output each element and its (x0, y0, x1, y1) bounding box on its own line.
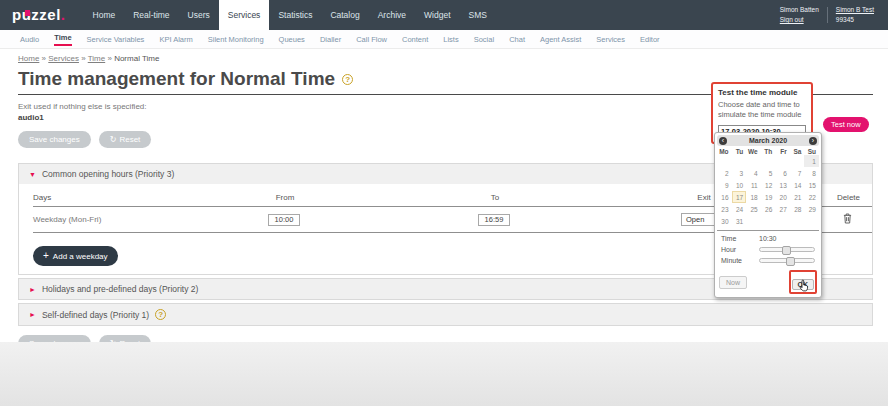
hour-slider[interactable] (759, 247, 815, 252)
datetime-picker-popup: ‹ March 2020 › Mo Tu We Th Fr Sa Su 1 2 … (714, 132, 822, 298)
footer-band (0, 342, 888, 406)
day-cell[interactable]: 18 (746, 191, 761, 203)
day-cell[interactable]: 2 (717, 167, 732, 179)
day-cell[interactable]: 5 (761, 167, 776, 179)
day-cell[interactable]: 14 (790, 179, 805, 191)
nav-item-catalog[interactable]: Catalog (321, 0, 368, 30)
day-cell[interactable]: 20 (775, 191, 790, 203)
prev-month-button[interactable]: ‹ (719, 137, 727, 145)
day-cell[interactable]: 30 (717, 215, 732, 227)
subnav-item-chat[interactable]: Chat (509, 35, 525, 44)
day-cell[interactable]: 11 (746, 179, 761, 191)
subnav-item-queues[interactable]: Queues (279, 35, 305, 44)
weekday-sa: Sa (790, 148, 805, 155)
subnav-item-content[interactable]: Content (402, 35, 428, 44)
weekday-tu: Tu (732, 148, 747, 155)
nav-item-home[interactable]: Home (84, 0, 125, 30)
col-header-from: From (268, 193, 302, 202)
nav-item-archive[interactable]: Archive (369, 0, 415, 30)
nav-item-users[interactable]: Users (179, 0, 219, 30)
breadcrumb-separator: » (81, 54, 85, 63)
account-id: 99345 (836, 15, 874, 25)
from-time-input[interactable] (268, 214, 300, 226)
day-cell[interactable]: 4 (746, 167, 761, 179)
accordion-self-defined-days-header[interactable]: ► Self-defined days (Priority 1) ? (19, 304, 872, 325)
day-cell[interactable]: 25 (746, 203, 761, 215)
breadcrumb-separator: » (42, 54, 46, 63)
save-changes-button[interactable]: Save changes (18, 131, 91, 148)
subnav-item-time[interactable]: Time (54, 33, 71, 46)
day-cell[interactable]: 23 (717, 203, 732, 215)
to-time-input[interactable] (478, 214, 510, 226)
minute-slider-handle[interactable] (786, 257, 795, 266)
day-cell[interactable]: 22 (804, 191, 819, 203)
help-icon[interactable]: ? (342, 74, 353, 85)
subnav-item-dialler[interactable]: Dialler (320, 35, 341, 44)
subnav-item-service-variables[interactable]: Service Variables (87, 35, 145, 44)
calendar-week-6: 30 31 (717, 215, 819, 227)
day-cell[interactable]: 31 (732, 215, 747, 227)
day-cell[interactable]: 6 (775, 167, 790, 179)
nav-item-real-time[interactable]: Real-time (124, 0, 178, 30)
day-cell[interactable]: 10 (732, 179, 747, 191)
nav-item-services[interactable]: Services (219, 0, 270, 30)
day-cell[interactable]: 21 (790, 191, 805, 203)
day-cell[interactable]: 26 (761, 203, 776, 215)
subnav-item-editor[interactable]: Editor (640, 35, 660, 44)
calendar-week-3: 9 10 11 12 13 14 15 (717, 179, 819, 191)
now-button[interactable]: Now (719, 276, 747, 289)
day-cell[interactable]: 24 (732, 203, 747, 215)
next-month-button[interactable]: › (809, 137, 817, 145)
triangle-right-icon: ► (29, 311, 36, 318)
puzzel-logo[interactable]: puzzel. (12, 0, 66, 30)
breadcrumb-time[interactable]: Time (88, 54, 105, 63)
day-cell[interactable]: 16 (717, 191, 732, 203)
accordion-self-defined-days: ► Self-defined days (Priority 1) ? (18, 303, 873, 326)
ok-button[interactable]: OK (792, 279, 815, 290)
subnav-item-social[interactable]: Social (474, 35, 494, 44)
day-cell (775, 155, 790, 167)
accordion-label: Holidays and pre-defined days (Priority … (42, 284, 198, 294)
help-icon[interactable]: ? (155, 309, 166, 320)
subnav-item-agent-assist[interactable]: Agent Assist (540, 35, 581, 44)
calendar-week-2: 2 3 4 5 6 7 8 (717, 167, 819, 179)
subnav-item-services[interactable]: Services (596, 35, 625, 44)
subnav-item-kpi-alarm[interactable]: KPI Alarm (159, 35, 192, 44)
minute-slider[interactable] (759, 258, 815, 263)
day-cell[interactable]: 12 (761, 179, 776, 191)
accordion-label: Common opening hours (Priority 3) (42, 169, 174, 179)
day-cell[interactable]: 29 (804, 203, 819, 215)
row-days-label: Weekday (Mon-Fri) (33, 215, 268, 224)
top-bar: puzzel. Home Real-time Users Services St… (0, 0, 888, 30)
day-cell[interactable]: 9 (717, 179, 732, 191)
subnav-item-lists[interactable]: Lists (443, 35, 458, 44)
triangle-down-icon: ▼ (29, 171, 36, 178)
nav-item-widget[interactable]: Widget (415, 0, 459, 30)
subnav-item-audio[interactable]: Audio (20, 35, 39, 44)
subnav-item-call-flow[interactable]: Call Flow (356, 35, 387, 44)
hour-slider-handle[interactable] (782, 246, 791, 255)
account-link[interactable]: Simon B Test (836, 5, 874, 15)
breadcrumb-home[interactable]: Home (18, 54, 39, 63)
test-now-button[interactable]: Test now (823, 117, 869, 132)
day-cell[interactable]: 3 (732, 167, 747, 179)
day-cell[interactable]: 15 (804, 179, 819, 191)
breadcrumb-services[interactable]: Services (48, 54, 79, 63)
day-cell[interactable]: 28 (790, 203, 805, 215)
nav-item-statistics[interactable]: Statistics (269, 0, 321, 30)
reset-button[interactable]: ↻Reset (99, 131, 152, 148)
day-cell[interactable]: 7 (790, 167, 805, 179)
calendar-footer-buttons: Now OK (719, 270, 817, 294)
user-divider (827, 7, 828, 23)
subnav-item-silent-monitoring[interactable]: Silent Monitoring (208, 35, 264, 44)
sign-out-link[interactable]: Sign out (780, 15, 819, 25)
day-cell[interactable]: 19 (761, 191, 776, 203)
day-cell-1[interactable]: 1 (804, 155, 819, 167)
day-cell[interactable]: 13 (775, 179, 790, 191)
nav-item-sms[interactable]: SMS (460, 0, 496, 30)
day-cell-selected[interactable]: 17 (732, 191, 747, 203)
add-weekday-button[interactable]: + Add a weekday (33, 246, 118, 266)
day-cell[interactable]: 8 (804, 167, 819, 179)
day-cell[interactable]: 27 (775, 203, 790, 215)
trash-icon[interactable] (843, 213, 852, 226)
